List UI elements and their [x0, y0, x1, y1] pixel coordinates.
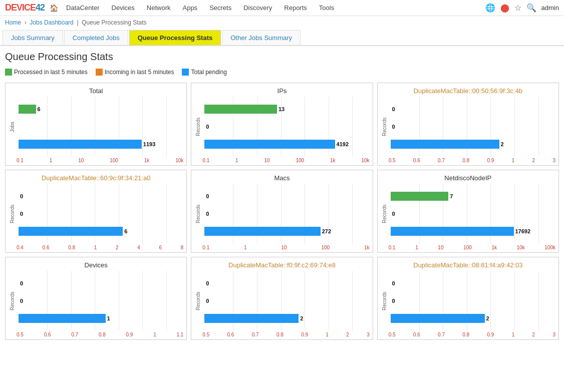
- chart-title-6: Devices: [9, 261, 183, 269]
- bar-value-7-2: 2: [300, 315, 303, 321]
- bar-value-1-2: 4192: [337, 141, 349, 147]
- nav-apps[interactable]: Apps: [176, 0, 203, 16]
- alert-icon[interactable]: ⬤: [500, 3, 509, 13]
- bar-row-0-1: [19, 121, 163, 132]
- legend-pending-label: Total pending: [191, 69, 226, 76]
- bar-fill-4-2: [204, 227, 320, 236]
- bar-fill-5-0: [391, 192, 449, 201]
- chart-card-6: DevicesRecords0010.50.60.70.80.911.1: [5, 257, 187, 340]
- bar-value-2-0: 0: [392, 106, 395, 112]
- y-label-6: Records: [9, 271, 16, 331]
- bar-row-8-1: 0: [391, 295, 535, 306]
- bar-value-2-1: 0: [392, 124, 395, 130]
- chart-title-8: DuplicateMacTable::08:81:f4:a9:42:03: [381, 261, 555, 269]
- chart-card-0: TotalJobs611930.11101001k10k: [5, 83, 187, 166]
- bar-value-8-1: 0: [392, 298, 395, 304]
- chart-card-3: DuplicateMacTable::60:9c:9f:34:21:a0Reco…: [5, 170, 187, 253]
- tab-completed-jobs[interactable]: Completed Jobs: [64, 30, 128, 45]
- bar-value-0-0: 6: [38, 106, 41, 112]
- chart-area-7: Records002: [194, 271, 369, 331]
- bar-value-7-0: 0: [206, 280, 209, 286]
- legend: Processed in last 5 minutes Incoming in …: [5, 69, 559, 76]
- bar-row-6-1: 0: [19, 295, 163, 306]
- bar-row-6-2: 1: [19, 313, 163, 324]
- bar-row-4-0: 0: [204, 191, 349, 202]
- globe-icon[interactable]: 🌐: [485, 3, 495, 13]
- bar-fill-3-2: [19, 227, 123, 236]
- bar-value-4-2: 272: [322, 228, 331, 234]
- legend-orange-dot: [96, 69, 103, 76]
- nav-discovery[interactable]: Discovery: [237, 0, 278, 16]
- tab-jobs-summary[interactable]: Jobs Summary: [3, 30, 63, 45]
- nav-links: DataCenter Devices Network Apps Secrets …: [60, 0, 340, 16]
- x-axis-1: 0.11101001k10k: [194, 158, 369, 163]
- bar-row-6-0: 0: [19, 278, 163, 289]
- nav-devices[interactable]: Devices: [106, 0, 141, 16]
- bar-row-1-0: 13: [204, 104, 349, 115]
- y-label-2: Records: [381, 97, 388, 157]
- legend-blue-dot: [182, 69, 189, 76]
- chart-card-2: DuplicateMacTable::00:50:56:9f:3c:4bReco…: [377, 83, 559, 166]
- chart-title-0: Total: [9, 87, 183, 95]
- bar-row-3-2: 6: [19, 226, 163, 237]
- navbar: DEVICE42 🏠 DataCenter Devices Network Ap…: [0, 0, 564, 16]
- nav-reports[interactable]: Reports: [278, 0, 313, 16]
- bar-row-8-2: 2: [391, 313, 535, 324]
- legend-incoming: Incoming in last 5 minutes: [96, 69, 174, 76]
- bar-row-7-1: 0: [204, 295, 349, 306]
- x-axis-4: 0.11101001k: [194, 245, 369, 250]
- breadcrumb-current: Queue Processing Stats: [82, 19, 146, 26]
- bar-value-8-0: 0: [392, 280, 395, 286]
- bar-row-1-2: 4192: [204, 139, 349, 150]
- bar-value-4-0: 0: [206, 193, 209, 199]
- brand-logo: DEVICE42: [5, 3, 45, 13]
- star-icon[interactable]: ☆: [514, 3, 521, 13]
- bar-value-5-0: 7: [450, 193, 453, 199]
- bar-fill-8-2: [391, 314, 485, 323]
- legend-processed-label: Processed in last 5 minutes: [14, 69, 88, 76]
- bar-fill-0-2: [19, 140, 142, 149]
- tab-queue-processing[interactable]: Queue Processing Stats: [129, 30, 221, 45]
- x-axis-6: 0.50.60.70.80.911.1: [9, 332, 183, 337]
- bar-value-7-1: 0: [206, 298, 209, 304]
- search-icon[interactable]: 🔍: [526, 3, 536, 13]
- bar-value-6-0: 0: [20, 280, 23, 286]
- legend-incoming-label: Incoming in last 5 minutes: [105, 69, 174, 76]
- home-icon[interactable]: 🏠: [50, 4, 58, 12]
- nav-network[interactable]: Network: [141, 0, 177, 16]
- bar-fill-7-2: [204, 314, 299, 323]
- chart-area-0: Jobs61193: [9, 97, 183, 157]
- nav-tools[interactable]: Tools: [313, 0, 340, 16]
- nav-datacenter[interactable]: DataCenter: [60, 0, 105, 16]
- page-title: Queue Processing Stats: [5, 51, 559, 63]
- y-label-5: Records: [381, 184, 388, 244]
- x-axis-2: 0.50.60.70.80.9123: [381, 158, 555, 163]
- nav-secrets[interactable]: Secrets: [203, 0, 237, 16]
- bar-row-7-2: 2: [204, 313, 349, 324]
- breadcrumb-dashboard[interactable]: Jobs Dashboard: [30, 19, 73, 26]
- bar-value-5-2: 17692: [515, 228, 530, 234]
- bar-row-3-0: 0: [19, 191, 163, 202]
- bar-row-2-2: 2: [391, 139, 535, 150]
- breadcrumb-home[interactable]: Home: [5, 19, 21, 26]
- y-label-8: Records: [381, 271, 388, 331]
- y-label-0: Jobs: [9, 97, 16, 157]
- bar-value-0-2: 1193: [143, 141, 155, 147]
- tab-other-jobs[interactable]: Other Jobs Summary: [222, 30, 301, 45]
- bar-fill-6-2: [19, 314, 106, 323]
- nav-right: 🌐 ⬤ ☆ 🔍 admin: [485, 3, 559, 13]
- bar-value-1-1: 0: [206, 124, 209, 130]
- bar-row-7-0: 0: [204, 278, 349, 289]
- bar-value-3-1: 0: [20, 211, 23, 217]
- bar-row-3-1: 0: [19, 208, 163, 219]
- x-axis-5: 0.11101001k10k100k: [381, 245, 555, 250]
- bar-value-2-2: 2: [501, 141, 504, 147]
- bar-row-4-1: 0: [204, 208, 349, 219]
- bar-fill-0-0: [19, 105, 36, 114]
- bar-row-2-0: 0: [391, 104, 535, 115]
- bar-row-8-0: 0: [391, 278, 535, 289]
- bar-row-5-2: 17692: [391, 226, 535, 237]
- chart-area-8: Records002: [381, 271, 555, 331]
- chart-title-7: DuplicateMacTable::f0:9f:c2:69:74:e8: [194, 261, 369, 269]
- chart-area-3: Records006: [9, 184, 183, 244]
